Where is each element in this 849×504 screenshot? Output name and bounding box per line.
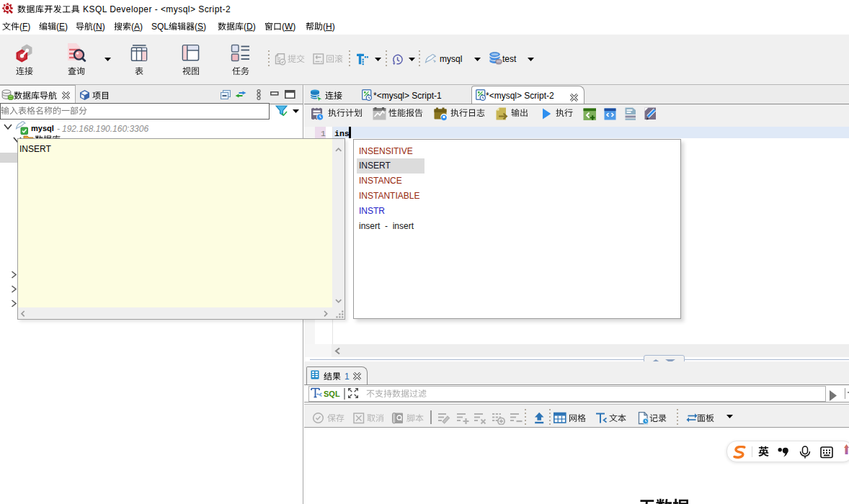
svg-text:(W): (W) (282, 22, 295, 32)
svg-text:*<mysql> Script-2: *<mysql> Script-2 (486, 91, 554, 101)
svg-text:INSTANTIABLE: INSTANTIABLE (359, 191, 419, 201)
svg-text:192.168.190.160:3306: 192.168.190.160:3306 (62, 124, 148, 134)
svg-text:(H): (H) (323, 22, 335, 32)
svg-text:INSTR: INSTR (359, 206, 385, 216)
svg-text:(N): (N) (93, 22, 105, 32)
svg-text:(E): (E) (56, 22, 68, 32)
svg-text:(A): (A) (131, 22, 143, 32)
svg-text:-: - (57, 124, 60, 134)
svg-text:(D): (D) (244, 22, 256, 32)
svg-text:INSERT: INSERT (19, 144, 51, 154)
svg-text:1: 1 (321, 128, 326, 138)
svg-text:*<mysql> Script-1: *<mysql> Script-1 (373, 91, 442, 101)
svg-text:(F): (F) (19, 22, 30, 32)
svg-text:mysql: mysql (440, 54, 462, 64)
svg-text:INSERT: INSERT (359, 161, 391, 171)
svg-text:KSQL Developer - <mysql> Scrip: KSQL Developer - <mysql> Script-2 (80, 4, 231, 14)
svg-text:1: 1 (345, 372, 350, 382)
svg-text:mysql: mysql (31, 124, 54, 132)
svg-text:INSENSITIVE: INSENSITIVE (359, 146, 413, 156)
svg-text:ins: ins (334, 128, 350, 138)
svg-text:insert - insert: insert - insert (359, 221, 414, 231)
svg-text:INSTANCE: INSTANCE (359, 176, 402, 186)
svg-text:SQL: SQL (324, 390, 340, 398)
svg-text:SQL: SQL (151, 22, 169, 32)
svg-text:test: test (502, 54, 517, 64)
svg-text:(S): (S) (195, 22, 206, 32)
